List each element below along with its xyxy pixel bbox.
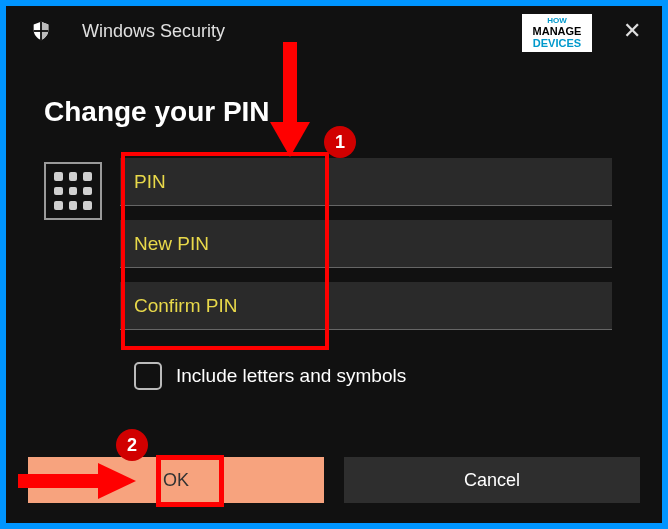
titlebar: Windows Security ✕ HOW MANAGE DEVICES (6, 6, 662, 56)
keypad-icon (44, 162, 102, 220)
pin-form (44, 158, 662, 344)
annotation-badge-1: 1 (324, 126, 356, 158)
svg-rect-1 (34, 30, 49, 32)
include-symbols-row: Include letters and symbols (134, 362, 662, 390)
watermark-logo: HOW MANAGE DEVICES (522, 14, 592, 52)
windows-security-dialog: Windows Security ✕ HOW MANAGE DEVICES Ch… (6, 6, 662, 523)
dialog-heading: Change your PIN (44, 96, 662, 128)
include-symbols-checkbox[interactable] (134, 362, 162, 390)
input-group (120, 158, 612, 344)
include-symbols-label: Include letters and symbols (176, 365, 406, 387)
confirm-pin-input[interactable] (120, 282, 612, 330)
close-button[interactable]: ✕ (612, 16, 652, 46)
app-title: Windows Security (82, 21, 225, 42)
current-pin-input[interactable] (120, 158, 612, 206)
ok-button[interactable]: OK (28, 457, 324, 503)
cancel-button[interactable]: Cancel (344, 457, 640, 503)
new-pin-input[interactable] (120, 220, 612, 268)
shield-icon (30, 20, 52, 42)
button-row: OK Cancel (28, 457, 640, 503)
